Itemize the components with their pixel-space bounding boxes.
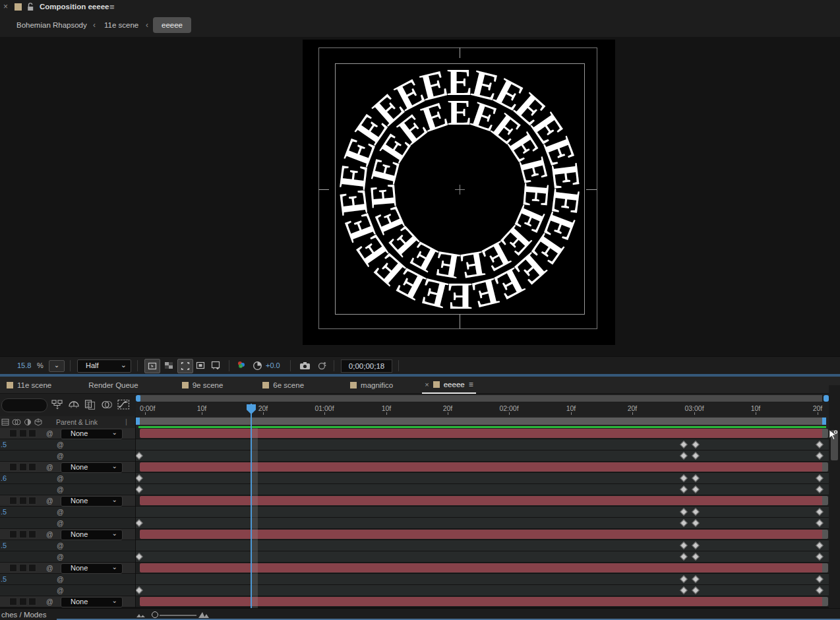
keyframe-icon[interactable] xyxy=(692,474,699,481)
motion-blur-icon[interactable] xyxy=(101,399,113,410)
layer-duration-bar[interactable] xyxy=(140,496,822,505)
show-snapshot-button[interactable] xyxy=(316,359,328,372)
region-of-interest-button[interactable] xyxy=(177,359,193,373)
keyframe-icon[interactable] xyxy=(135,485,142,493)
current-time-field[interactable]: 0;00;00;18 xyxy=(341,359,392,373)
property-track[interactable] xyxy=(136,484,829,495)
exposure-value[interactable]: +0.0 xyxy=(266,361,280,369)
keyframe-icon[interactable] xyxy=(692,575,699,582)
keyframe-icon[interactable] xyxy=(680,441,687,448)
guides-options-button[interactable] xyxy=(209,359,224,372)
layer-duration-bar[interactable] xyxy=(140,563,822,573)
keyframe-icon[interactable] xyxy=(135,474,142,481)
timeline-tab-magnifico[interactable]: magnifico xyxy=(347,377,396,393)
time-ruler[interactable]: 0:00f10f20f01:00f10f20f02:00f10f20f03:00… xyxy=(136,402,829,416)
panel-track-divider[interactable] xyxy=(135,416,136,608)
layer-bar-endcap[interactable] xyxy=(822,563,828,573)
panel-menu-icon[interactable]: ≡ xyxy=(109,2,115,12)
zoom-slider-track[interactable] xyxy=(160,615,196,616)
layer-track[interactable] xyxy=(136,563,829,573)
pickwhip-icon[interactable]: @ xyxy=(57,508,64,516)
breadcrumb-item-active[interactable]: eeeee xyxy=(153,17,191,33)
property-track[interactable] xyxy=(136,551,829,562)
layer-duration-bar[interactable] xyxy=(140,462,822,472)
layer-switch-box[interactable] xyxy=(19,598,27,605)
layer-row[interactable]: @None⌄ xyxy=(0,495,829,507)
property-track[interactable] xyxy=(136,540,829,551)
layer-switch-box[interactable] xyxy=(19,463,27,471)
zoom-in-mountain-icon[interactable] xyxy=(198,611,210,619)
keyframe-icon[interactable] xyxy=(692,508,699,515)
timeline-tab-11e-scene[interactable]: 11e scene xyxy=(4,377,54,393)
keyframe-icon[interactable] xyxy=(135,586,142,594)
parent-link-dropdown[interactable]: None⌄ xyxy=(61,429,123,439)
pickwhip-icon[interactable]: @ xyxy=(57,519,64,527)
property-track[interactable] xyxy=(136,507,829,517)
pickwhip-icon[interactable]: @ xyxy=(57,452,64,460)
keyframe-icon[interactable] xyxy=(816,586,823,594)
property-row[interactable]: @ xyxy=(0,484,829,495)
layer-switch-box[interactable] xyxy=(19,497,27,505)
layer-row[interactable]: @None⌄ xyxy=(0,596,829,607)
layer-switch-box[interactable] xyxy=(9,598,17,605)
parent-link-dropdown[interactable]: None⌄ xyxy=(61,530,123,540)
keyframe-icon[interactable] xyxy=(816,485,823,493)
graph-editor-icon[interactable] xyxy=(117,399,130,410)
keyframe-icon[interactable] xyxy=(816,452,823,459)
parent-link-dropdown[interactable]: None⌄ xyxy=(61,597,123,607)
layer-track[interactable] xyxy=(136,462,829,472)
resolution-dropdown[interactable]: Half ⌄ xyxy=(77,359,131,373)
parent-link-header[interactable]: Parent & Link xyxy=(56,418,98,426)
layer-duration-bar[interactable] xyxy=(140,530,822,539)
parent-link-dropdown[interactable]: None⌄ xyxy=(61,496,123,507)
timeline-tab-6e-scene[interactable]: 6e scene xyxy=(260,377,307,393)
workarea-end-handle[interactable] xyxy=(822,418,826,425)
property-row[interactable]: .5@ xyxy=(0,574,829,585)
layer-switch-box[interactable] xyxy=(9,463,17,471)
layer-switch-box[interactable] xyxy=(28,429,36,437)
property-row[interactable]: .5@ xyxy=(0,540,829,551)
time-navigator[interactable] xyxy=(136,395,829,402)
property-row[interactable]: .5@ xyxy=(0,439,829,450)
timeline-tab-render-queue[interactable]: Render Queue xyxy=(86,377,140,393)
keyframe-icon[interactable] xyxy=(680,474,687,481)
timeline-zoom-slider[interactable] xyxy=(136,610,210,619)
layer-duration-bar[interactable] xyxy=(140,429,822,438)
keyframe-icon[interactable] xyxy=(680,519,687,526)
pickwhip-icon[interactable]: @ xyxy=(57,474,64,482)
layer-switch-box[interactable] xyxy=(19,564,27,572)
layer-bar-endcap[interactable] xyxy=(822,496,828,505)
layer-track[interactable] xyxy=(136,596,829,607)
keyframe-icon[interactable] xyxy=(680,542,687,549)
pickwhip-icon[interactable]: @ xyxy=(46,598,53,605)
keyframe-icon[interactable] xyxy=(816,519,823,526)
layer-bar-endcap[interactable] xyxy=(822,530,828,539)
layer-switch-box[interactable] xyxy=(9,530,17,538)
playhead-line[interactable] xyxy=(251,404,252,608)
switches-modes-label[interactable]: ches / Modes xyxy=(1,611,46,619)
timeline-tab-eeeee[interactable]: ×eeeee≡ xyxy=(422,377,475,394)
search-input[interactable] xyxy=(1,398,47,412)
keyframe-icon[interactable] xyxy=(692,586,699,594)
lock-icon[interactable] xyxy=(27,3,34,11)
layer-switch-box[interactable] xyxy=(28,564,36,572)
keyframe-icon[interactable] xyxy=(135,553,142,560)
layer-switch-box[interactable] xyxy=(9,497,17,505)
layer-track[interactable] xyxy=(136,529,829,540)
property-row[interactable]: @ xyxy=(0,551,829,563)
breadcrumb-item[interactable]: Bohemian Rhapsody xyxy=(16,21,87,29)
layer-switch-box[interactable] xyxy=(9,429,17,437)
exposure-shutter-icon[interactable] xyxy=(251,359,263,372)
property-row[interactable]: @ xyxy=(0,450,829,462)
pickwhip-icon[interactable]: @ xyxy=(46,463,53,471)
draft-3d-icon[interactable] xyxy=(68,399,80,410)
property-track[interactable] xyxy=(136,518,829,528)
keyframe-icon[interactable] xyxy=(680,485,687,493)
layer-duration-bar[interactable] xyxy=(140,597,822,606)
layer-row[interactable]: @None⌄ xyxy=(0,428,829,439)
layer-switch-box[interactable] xyxy=(28,530,36,538)
zoom-dropdown-button[interactable]: ⌄ xyxy=(49,360,65,372)
pickwhip-icon[interactable]: @ xyxy=(46,564,53,572)
property-row[interactable]: .5@ xyxy=(0,507,829,518)
zoom-slider-knob[interactable] xyxy=(152,611,158,618)
